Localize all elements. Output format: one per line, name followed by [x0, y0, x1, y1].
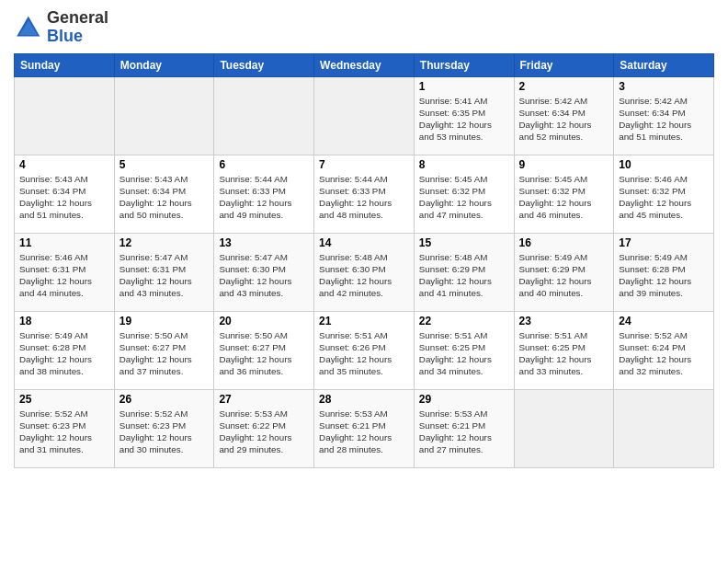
day-number: 24 [619, 315, 709, 327]
cell-content: Sunrise: 5:51 AM Sunset: 6:26 PM Dayligh… [319, 329, 409, 378]
cell-content: Sunrise: 5:48 AM Sunset: 6:30 PM Dayligh… [319, 251, 409, 300]
day-number: 17 [619, 236, 709, 249]
day-number: 2 [519, 80, 609, 93]
logo: General Blue [14, 9, 108, 46]
day-number: 27 [219, 393, 309, 406]
cell-content: Sunrise: 5:50 AM Sunset: 6:27 PM Dayligh… [119, 329, 210, 378]
calendar-cell: 28Sunrise: 5:53 AM Sunset: 6:21 PM Dayli… [314, 389, 415, 467]
cell-content: Sunrise: 5:47 AM Sunset: 6:31 PM Dayligh… [119, 251, 210, 300]
day-number: 16 [519, 236, 609, 249]
calendar-cell: 6Sunrise: 5:44 AM Sunset: 6:33 PM Daylig… [214, 155, 314, 233]
calendar-cell: 1Sunrise: 5:41 AM Sunset: 6:35 PM Daylig… [414, 76, 514, 155]
cell-content: Sunrise: 5:51 AM Sunset: 6:25 PM Dayligh… [519, 329, 609, 378]
calendar-cell: 13Sunrise: 5:47 AM Sunset: 6:30 PM Dayli… [214, 233, 314, 311]
calendar-cell: 29Sunrise: 5:53 AM Sunset: 6:21 PM Dayli… [414, 389, 514, 467]
page-header: General Blue [14, 9, 714, 46]
calendar-week-row: 11Sunrise: 5:46 AM Sunset: 6:31 PM Dayli… [15, 233, 714, 311]
calendar-week-row: 1Sunrise: 5:41 AM Sunset: 6:35 PM Daylig… [15, 76, 714, 155]
calendar-cell: 18Sunrise: 5:49 AM Sunset: 6:28 PM Dayli… [15, 311, 115, 389]
calendar-cell: 14Sunrise: 5:48 AM Sunset: 6:30 PM Dayli… [314, 233, 415, 311]
logo-blue: Blue [47, 28, 108, 46]
calendar-cell: 12Sunrise: 5:47 AM Sunset: 6:31 PM Dayli… [114, 233, 214, 311]
calendar-cell [114, 76, 214, 155]
cell-content: Sunrise: 5:46 AM Sunset: 6:32 PM Dayligh… [619, 173, 709, 222]
calendar-cell: 26Sunrise: 5:52 AM Sunset: 6:23 PM Dayli… [114, 389, 214, 467]
calendar-cell [514, 389, 614, 467]
day-of-week-header: Wednesday [314, 53, 415, 76]
day-number: 11 [19, 236, 109, 249]
day-number: 1 [419, 80, 509, 93]
day-number: 7 [319, 158, 409, 171]
day-number: 5 [119, 158, 210, 171]
day-number: 28 [319, 393, 409, 406]
calendar-week-row: 25Sunrise: 5:52 AM Sunset: 6:23 PM Dayli… [15, 389, 714, 467]
calendar-week-row: 4Sunrise: 5:43 AM Sunset: 6:34 PM Daylig… [15, 155, 714, 233]
calendar-cell: 20Sunrise: 5:50 AM Sunset: 6:27 PM Dayli… [214, 311, 314, 389]
calendar-cell: 7Sunrise: 5:44 AM Sunset: 6:33 PM Daylig… [314, 155, 415, 233]
cell-content: Sunrise: 5:51 AM Sunset: 6:25 PM Dayligh… [419, 329, 509, 378]
day-number: 3 [619, 80, 709, 93]
day-number: 22 [419, 315, 509, 327]
cell-content: Sunrise: 5:48 AM Sunset: 6:29 PM Dayligh… [419, 251, 509, 300]
cell-content: Sunrise: 5:53 AM Sunset: 6:22 PM Dayligh… [219, 408, 309, 456]
calendar-cell: 25Sunrise: 5:52 AM Sunset: 6:23 PM Dayli… [15, 389, 115, 467]
calendar-cell: 2Sunrise: 5:42 AM Sunset: 6:34 PM Daylig… [514, 76, 614, 155]
day-number: 25 [19, 393, 109, 406]
cell-content: Sunrise: 5:45 AM Sunset: 6:32 PM Dayligh… [519, 173, 609, 222]
day-of-week-header: Friday [514, 53, 614, 76]
cell-content: Sunrise: 5:41 AM Sunset: 6:35 PM Dayligh… [419, 95, 509, 144]
calendar-cell: 22Sunrise: 5:51 AM Sunset: 6:25 PM Dayli… [414, 311, 514, 389]
day-number: 21 [319, 315, 409, 327]
logo-text: General Blue [47, 9, 108, 46]
day-number: 14 [319, 236, 409, 249]
day-number: 13 [219, 236, 309, 249]
day-number: 20 [219, 315, 309, 327]
calendar-cell: 8Sunrise: 5:45 AM Sunset: 6:32 PM Daylig… [414, 155, 514, 233]
day-number: 6 [219, 158, 309, 171]
logo-icon [14, 13, 43, 42]
cell-content: Sunrise: 5:44 AM Sunset: 6:33 PM Dayligh… [219, 173, 309, 222]
day-number: 15 [419, 236, 509, 249]
calendar-week-row: 18Sunrise: 5:49 AM Sunset: 6:28 PM Dayli… [15, 311, 714, 389]
cell-content: Sunrise: 5:43 AM Sunset: 6:34 PM Dayligh… [119, 173, 210, 222]
cell-content: Sunrise: 5:53 AM Sunset: 6:21 PM Dayligh… [419, 408, 509, 456]
day-number: 8 [419, 158, 509, 171]
calendar-cell: 15Sunrise: 5:48 AM Sunset: 6:29 PM Dayli… [414, 233, 514, 311]
cell-content: Sunrise: 5:49 AM Sunset: 6:28 PM Dayligh… [19, 329, 109, 378]
calendar-cell: 17Sunrise: 5:49 AM Sunset: 6:28 PM Dayli… [614, 233, 714, 311]
cell-content: Sunrise: 5:49 AM Sunset: 6:28 PM Dayligh… [619, 251, 709, 300]
cell-content: Sunrise: 5:52 AM Sunset: 6:24 PM Dayligh… [619, 329, 709, 378]
day-number: 29 [419, 393, 509, 406]
calendar-cell [15, 76, 115, 155]
day-number: 9 [519, 158, 609, 171]
calendar-table: SundayMondayTuesdayWednesdayThursdayFrid… [14, 53, 714, 468]
day-of-week-header: Monday [114, 53, 214, 76]
calendar-cell: 16Sunrise: 5:49 AM Sunset: 6:29 PM Dayli… [514, 233, 614, 311]
calendar-cell: 4Sunrise: 5:43 AM Sunset: 6:34 PM Daylig… [15, 155, 115, 233]
calendar-cell: 27Sunrise: 5:53 AM Sunset: 6:22 PM Dayli… [214, 389, 314, 467]
calendar-cell: 21Sunrise: 5:51 AM Sunset: 6:26 PM Dayli… [314, 311, 415, 389]
cell-content: Sunrise: 5:43 AM Sunset: 6:34 PM Dayligh… [19, 173, 109, 222]
day-number: 10 [619, 158, 709, 171]
cell-content: Sunrise: 5:45 AM Sunset: 6:32 PM Dayligh… [419, 173, 509, 222]
calendar-cell [314, 76, 415, 155]
calendar-cell: 24Sunrise: 5:52 AM Sunset: 6:24 PM Dayli… [614, 311, 714, 389]
day-of-week-header: Tuesday [214, 53, 314, 76]
cell-content: Sunrise: 5:53 AM Sunset: 6:21 PM Dayligh… [319, 408, 409, 456]
cell-content: Sunrise: 5:44 AM Sunset: 6:33 PM Dayligh… [319, 173, 409, 222]
calendar-cell: 9Sunrise: 5:45 AM Sunset: 6:32 PM Daylig… [514, 155, 614, 233]
calendar-cell [614, 389, 714, 467]
day-number: 12 [119, 236, 210, 249]
calendar-header-row: SundayMondayTuesdayWednesdayThursdayFrid… [15, 53, 714, 76]
logo-general: General [47, 9, 108, 28]
cell-content: Sunrise: 5:50 AM Sunset: 6:27 PM Dayligh… [219, 329, 309, 378]
calendar-cell: 10Sunrise: 5:46 AM Sunset: 6:32 PM Dayli… [614, 155, 714, 233]
calendar-cell: 19Sunrise: 5:50 AM Sunset: 6:27 PM Dayli… [114, 311, 214, 389]
day-number: 23 [519, 315, 609, 327]
calendar-cell: 11Sunrise: 5:46 AM Sunset: 6:31 PM Dayli… [15, 233, 115, 311]
day-number: 26 [119, 393, 210, 406]
day-number: 18 [19, 315, 109, 327]
cell-content: Sunrise: 5:52 AM Sunset: 6:23 PM Dayligh… [119, 408, 210, 456]
day-of-week-header: Sunday [15, 53, 115, 76]
cell-content: Sunrise: 5:42 AM Sunset: 6:34 PM Dayligh… [619, 95, 709, 144]
